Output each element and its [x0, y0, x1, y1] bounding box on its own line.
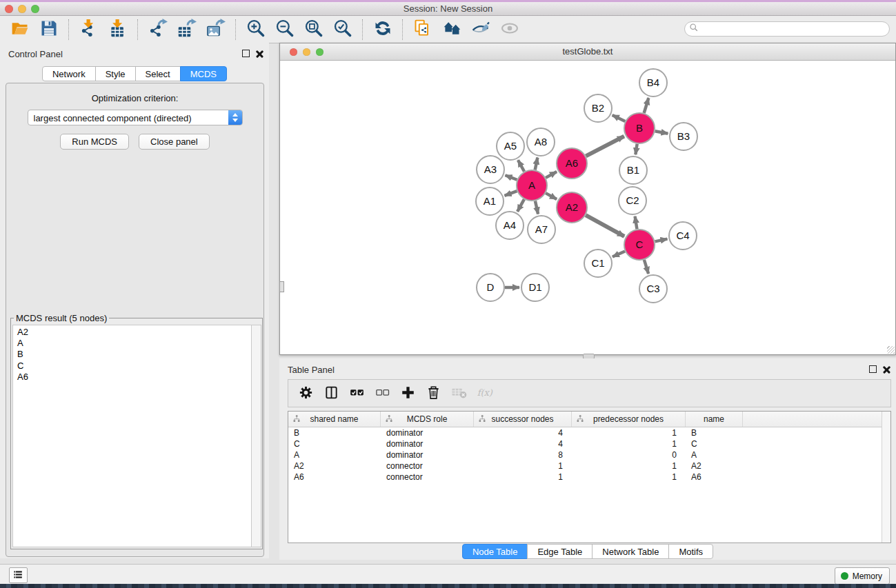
graph-edge-A-A6[interactable]	[546, 172, 557, 178]
table-row[interactable]: Bdominator41B	[288, 427, 890, 438]
graph-node-C2[interactable]: C2	[619, 187, 646, 214]
search-field[interactable]	[684, 21, 890, 37]
graph-edge-A6-B[interactable]	[586, 136, 624, 156]
graph-node-A8[interactable]: A8	[527, 128, 555, 156]
graph-node-B2[interactable]: B2	[584, 94, 612, 122]
graph-node-A3[interactable]: A3	[477, 156, 504, 183]
tab-style[interactable]: Style	[95, 66, 136, 81]
graph-edge-A2-C[interactable]	[586, 215, 624, 236]
graph-node-B1[interactable]: B1	[619, 156, 647, 184]
optimization-criterion-select[interactable]: largest connected component (directed)	[28, 110, 243, 125]
graph-node-D1[interactable]: D1	[521, 274, 549, 301]
graph-node-B3[interactable]: B3	[670, 123, 697, 150]
table-row[interactable]: Adominator80A	[288, 449, 890, 460]
result-list-item[interactable]: A2	[17, 327, 251, 338]
duplicate-network-button[interactable]	[408, 18, 437, 41]
table-scrollbar[interactable]	[882, 412, 890, 543]
tab-mcds[interactable]: MCDS	[180, 66, 227, 81]
show-all-button[interactable]	[495, 18, 524, 41]
column-header-name[interactable]: name	[686, 412, 743, 427]
tab-node-table[interactable]: Node Table	[462, 544, 528, 559]
search-input[interactable]	[699, 23, 889, 34]
graph-node-C4[interactable]: C4	[669, 222, 697, 250]
graph-edge-A-A7[interactable]	[535, 201, 538, 214]
graph-node-C1[interactable]: C1	[584, 250, 612, 277]
graph-node-C3[interactable]: C3	[639, 275, 667, 303]
column-header-shared-name[interactable]: shared name	[288, 412, 381, 427]
deselect-all-button[interactable]	[375, 383, 390, 404]
export-image-button[interactable]	[201, 18, 230, 41]
graph-edge-B-B3[interactable]	[655, 131, 668, 134]
delete-table-button[interactable]	[451, 383, 467, 404]
close-panel-icon[interactable]	[256, 50, 263, 57]
float-table-panel-icon[interactable]	[869, 365, 877, 373]
graph-node-D[interactable]: D	[477, 274, 504, 301]
hide-selected-button[interactable]	[466, 18, 495, 41]
graph-node-A6[interactable]: A6	[557, 148, 587, 179]
column-header-predecessor-nodes[interactable]: predecessor nodes	[572, 412, 686, 427]
graph-edge-C-C3[interactable]	[644, 260, 648, 274]
graph-edge-C-C1[interactable]	[613, 251, 625, 256]
tab-network-table[interactable]: Network Table	[592, 544, 669, 559]
result-list-scrollbar[interactable]	[251, 325, 261, 547]
first-neighbors-button[interactable]	[437, 18, 466, 41]
zoom-out-button[interactable]	[270, 18, 299, 41]
network-canvas[interactable]: B4B2BB3A5A8A6A3AB1A1A2C2A4A7C4CC1DD1C3	[280, 61, 895, 354]
column-header-mcds-role[interactable]: MCDS role	[381, 412, 474, 427]
import-network-button[interactable]	[74, 18, 103, 41]
float-panel-icon[interactable]	[242, 50, 250, 57]
graph-edge-B-B2[interactable]	[613, 115, 626, 121]
graph-edge-A-A1[interactable]	[505, 191, 517, 196]
zoom-selected-button[interactable]	[328, 18, 357, 41]
tab-select[interactable]: Select	[135, 66, 181, 81]
graph-node-B4[interactable]: B4	[639, 69, 667, 97]
add-column-button[interactable]	[400, 383, 416, 404]
graph-edge-A-A8[interactable]	[535, 158, 538, 170]
graph-edge-A-A2[interactable]	[546, 193, 557, 199]
import-table-button[interactable]	[103, 18, 132, 41]
mcds-result-list[interactable]: A2ABCA6	[12, 325, 252, 547]
column-visibility-button[interactable]	[323, 383, 339, 404]
graph-node-A4[interactable]: A4	[496, 212, 524, 239]
task-history-button[interactable]	[9, 567, 28, 583]
vertical-splitter-grip[interactable]	[279, 281, 284, 292]
graph-node-A[interactable]: A	[517, 170, 547, 201]
column-header-successor-nodes[interactable]: successor nodes	[474, 412, 572, 427]
close-panel-button[interactable]: Close panel	[139, 134, 210, 150]
graph-edge-C-C2[interactable]	[635, 216, 637, 230]
tab-motifs[interactable]: Motifs	[668, 544, 713, 559]
graph-node-A1[interactable]: A1	[476, 187, 504, 215]
function-builder-button[interactable]: f(x)	[477, 383, 495, 404]
close-table-panel-icon[interactable]	[883, 365, 890, 373]
tab-edge-table[interactable]: Edge Table	[527, 544, 593, 559]
table-row[interactable]: A2connector11A2	[288, 460, 890, 472]
graph-edge-B-B4[interactable]	[644, 98, 649, 113]
result-list-item[interactable]: A6	[17, 372, 251, 383]
graph-node-A5[interactable]: A5	[497, 132, 524, 160]
export-table-button[interactable]	[172, 18, 201, 41]
result-list-item[interactable]: C	[17, 361, 251, 372]
export-network-button[interactable]	[143, 18, 172, 41]
table-settings-button[interactable]	[298, 383, 314, 404]
graph-edge-B-B1[interactable]	[635, 144, 637, 154]
save-session-button[interactable]	[34, 18, 63, 41]
graph-node-A7[interactable]: A7	[528, 216, 555, 243]
table-row[interactable]: Cdominator41C	[288, 438, 890, 449]
memory-button[interactable]: Memory	[835, 567, 890, 585]
graph-node-C[interactable]: C	[624, 230, 655, 260]
zoom-in-button[interactable]	[241, 18, 270, 41]
select-all-button[interactable]	[349, 383, 365, 404]
tab-network[interactable]: Network	[42, 66, 96, 81]
graph-edge-A-A4[interactable]	[517, 199, 524, 212]
zoom-fit-button[interactable]	[299, 18, 328, 41]
graph-edge-A-A3[interactable]	[505, 175, 517, 180]
graph-edge-C-C4[interactable]	[655, 239, 668, 242]
window-resize-grip[interactable]	[887, 346, 895, 354]
result-list-item[interactable]: A	[17, 338, 251, 349]
open-session-button[interactable]	[6, 18, 34, 41]
result-list-item[interactable]: B	[17, 349, 251, 360]
table-row[interactable]: A6connector11A6	[288, 472, 890, 483]
graph-node-A2[interactable]: A2	[557, 192, 587, 223]
graph-edge-A-A5[interactable]	[518, 160, 524, 172]
graph-node-B[interactable]: B	[624, 113, 655, 143]
